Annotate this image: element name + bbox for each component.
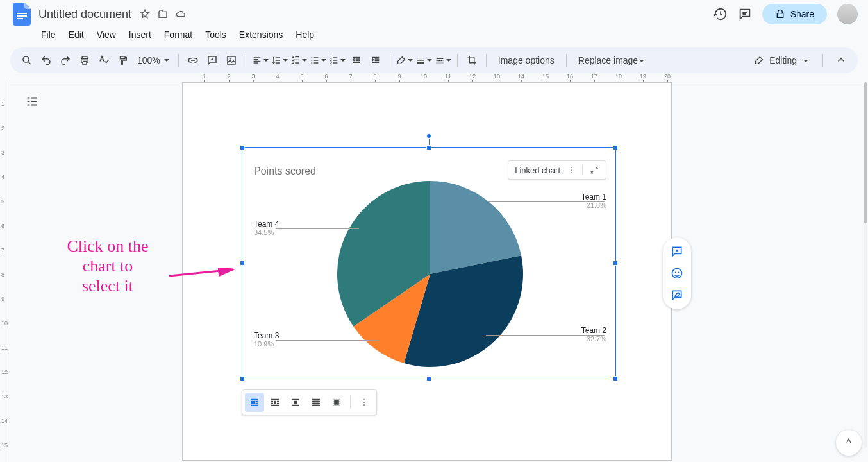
resize-handle-bl[interactable] xyxy=(240,376,245,381)
editing-mode-button[interactable]: Editing xyxy=(749,55,814,65)
vertical-scrollbar[interactable] xyxy=(864,82,867,448)
checklist-icon[interactable] xyxy=(290,51,308,69)
undo-icon[interactable] xyxy=(37,51,55,69)
menu-edit[interactable]: Edit xyxy=(63,27,89,42)
svg-point-12 xyxy=(571,167,572,168)
toolbar: 100% 123 Image options Replace image Edi… xyxy=(10,47,858,73)
bullet-list-icon[interactable] xyxy=(309,51,327,69)
wrap-more-icon[interactable] xyxy=(355,393,374,412)
history-icon[interactable] xyxy=(714,7,728,21)
svg-point-8 xyxy=(311,62,312,64)
svg-rect-15 xyxy=(251,401,255,404)
border-weight-icon[interactable] xyxy=(415,51,433,69)
wrap-inline-icon[interactable] xyxy=(245,393,264,412)
align-icon[interactable] xyxy=(251,51,269,69)
comments-icon[interactable] xyxy=(738,7,752,21)
svg-rect-4 xyxy=(228,56,235,64)
image-wrap-toolbar xyxy=(242,389,377,415)
paint-format-icon[interactable] xyxy=(114,51,132,69)
svg-rect-18 xyxy=(313,400,319,405)
link-icon[interactable] xyxy=(184,51,202,69)
more-options-icon[interactable] xyxy=(567,166,576,175)
image-icon[interactable] xyxy=(222,51,240,69)
explore-button[interactable] xyxy=(836,430,862,456)
wrap-text-icon[interactable] xyxy=(265,393,285,412)
menu-help[interactable]: Help xyxy=(290,27,319,42)
collapse-toolbar-icon[interactable] xyxy=(832,51,850,69)
border-color-icon[interactable] xyxy=(396,51,413,69)
star-icon[interactable] xyxy=(139,8,151,20)
svg-point-22 xyxy=(363,404,365,406)
unlink-icon[interactable] xyxy=(589,165,599,175)
divider xyxy=(582,165,583,175)
svg-point-24 xyxy=(672,269,682,278)
svg-point-14 xyxy=(571,172,572,173)
line-spacing-icon[interactable] xyxy=(271,51,288,69)
annotation-text: Click on the chart to select it xyxy=(37,236,178,296)
divider xyxy=(486,54,487,67)
resize-handle-mr[interactable] xyxy=(613,261,618,266)
resize-handle-tl[interactable] xyxy=(240,145,245,150)
resize-handle-tm[interactable] xyxy=(426,145,431,150)
divider xyxy=(178,54,179,67)
rotate-handle[interactable] xyxy=(426,133,431,139)
wrap-behind-icon[interactable] xyxy=(306,393,326,412)
svg-rect-17 xyxy=(294,401,297,404)
menu-format[interactable]: Format xyxy=(159,27,197,42)
divider xyxy=(457,54,458,67)
image-options-button[interactable]: Image options xyxy=(492,55,561,65)
suggest-edit-icon[interactable] xyxy=(667,285,687,305)
menu-view[interactable]: View xyxy=(92,27,121,42)
resize-handle-br[interactable] xyxy=(613,376,618,381)
wrap-break-icon[interactable] xyxy=(286,393,305,412)
leader-line xyxy=(276,228,359,229)
divider xyxy=(822,54,823,67)
move-icon[interactable] xyxy=(157,8,169,20)
add-comment-icon[interactable] xyxy=(203,51,221,69)
numbered-list-icon[interactable]: 123 xyxy=(328,51,346,69)
chart-title: Points scored xyxy=(254,166,316,177)
menu-file[interactable]: File xyxy=(36,27,61,42)
menu-extensions[interactable]: Extensions xyxy=(234,27,288,42)
add-comment-icon[interactable] xyxy=(667,241,687,262)
svg-rect-16 xyxy=(274,401,276,404)
crop-icon[interactable] xyxy=(463,51,481,69)
cloud-status-icon[interactable] xyxy=(175,8,187,20)
menu-tools[interactable]: Tools xyxy=(200,27,231,42)
annotation-arrow xyxy=(169,268,240,287)
svg-point-21 xyxy=(363,402,365,403)
docs-logo[interactable] xyxy=(10,3,33,26)
linked-chart[interactable]: Points scored Team 1 21.8% Team 2 32.7% … xyxy=(242,147,616,379)
document-page[interactable]: Points scored Team 1 21.8% Team 2 32.7% … xyxy=(182,82,672,461)
indent-decrease-icon[interactable] xyxy=(347,51,365,69)
zoom-select[interactable]: 100% xyxy=(133,55,173,65)
redo-icon[interactable] xyxy=(56,51,74,69)
spellcheck-icon[interactable] xyxy=(95,51,113,69)
wrap-front-icon[interactable] xyxy=(327,393,346,412)
slice-label-team4: Team 4 34.5% xyxy=(254,219,279,236)
indent-increase-icon[interactable] xyxy=(367,51,385,69)
border-dash-icon[interactable] xyxy=(434,51,452,69)
emoji-icon[interactable] xyxy=(667,263,687,284)
print-icon[interactable] xyxy=(76,51,94,69)
search-icon[interactable] xyxy=(18,51,36,69)
show-outline-icon[interactable] xyxy=(21,90,44,113)
resize-handle-ml[interactable] xyxy=(240,261,245,266)
resize-handle-bm[interactable] xyxy=(426,376,431,381)
svg-point-3 xyxy=(23,56,29,62)
pencil-icon xyxy=(754,55,764,65)
scrollbar-thumb[interactable] xyxy=(864,82,867,223)
svg-point-5 xyxy=(229,58,230,60)
vertical-ruler[interactable]: 123456789101112131415 xyxy=(0,80,10,462)
svg-point-26 xyxy=(678,272,680,273)
document-title[interactable]: Untitled document xyxy=(38,8,131,21)
editing-mode-label: Editing xyxy=(769,55,797,65)
share-button[interactable]: Share xyxy=(762,4,827,24)
menu-insert[interactable]: Insert xyxy=(124,27,156,42)
svg-point-6 xyxy=(311,57,312,58)
resize-handle-tr[interactable] xyxy=(613,145,618,150)
replace-image-button[interactable]: Replace image xyxy=(572,55,651,65)
comment-actions xyxy=(663,237,691,309)
svg-text:3: 3 xyxy=(330,61,332,64)
account-avatar[interactable] xyxy=(837,4,858,24)
